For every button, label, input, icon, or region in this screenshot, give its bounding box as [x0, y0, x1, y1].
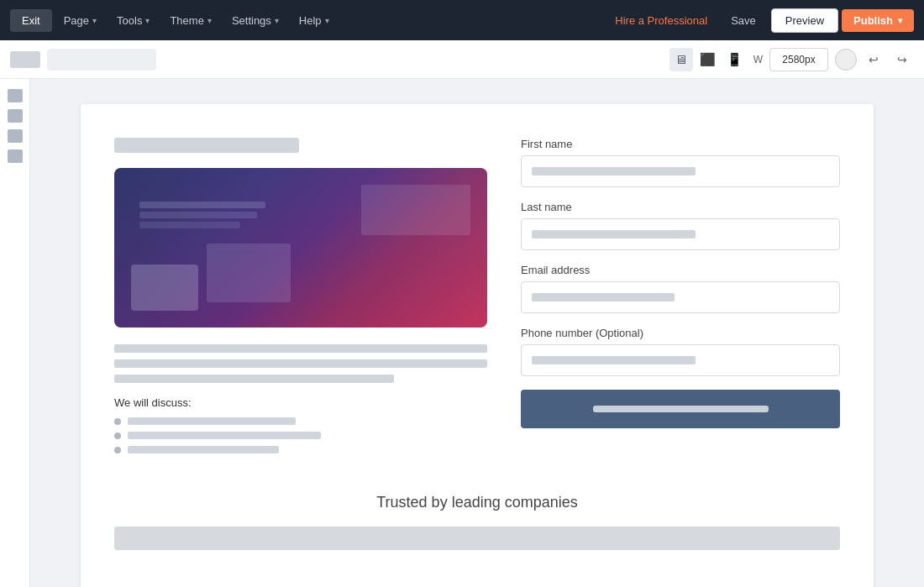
trusted-section: Trusted by leading companies: [114, 494, 840, 550]
email-input[interactable]: [521, 281, 840, 313]
first-name-label: First name: [521, 138, 840, 150]
device-selector: 🖥 ⬛ 📱: [669, 48, 747, 71]
settings-chevron-icon: ▾: [275, 16, 279, 25]
hire-professional-link[interactable]: Hire a Professional: [606, 9, 716, 32]
discuss-label: We will discuss:: [114, 396, 487, 409]
width-input[interactable]: [769, 48, 828, 71]
image-decoration-6: [139, 222, 240, 228]
desktop-icon[interactable]: 🖥: [669, 48, 693, 71]
toolbar-right-actions: ↩ ↪: [835, 48, 914, 71]
page-content: We will discuss:: [81, 104, 874, 587]
trusted-companies-bar: [114, 527, 840, 550]
heading-placeholder: [114, 138, 299, 153]
side-block-3[interactable]: [8, 129, 23, 143]
text-block: [114, 344, 487, 383]
toolbar-placeholder: [10, 51, 40, 68]
page-chevron-icon: ▾: [92, 16, 97, 25]
undo-button[interactable]: ↩: [862, 48, 885, 71]
tablet-icon[interactable]: ⬛: [696, 48, 720, 71]
publish-button[interactable]: Publish ▾: [842, 9, 914, 32]
last-name-input[interactable]: [521, 218, 840, 250]
redo-button[interactable]: ↪: [890, 48, 914, 71]
width-label: W: [753, 54, 763, 66]
email-placeholder: [532, 293, 675, 301]
first-name-field: First name: [521, 138, 840, 187]
mobile-icon[interactable]: 📱: [723, 48, 747, 71]
bullet-2: [114, 432, 487, 439]
exit-button[interactable]: Exit: [10, 9, 52, 32]
bullet-line-2: [128, 432, 321, 439]
first-name-input[interactable]: [521, 155, 840, 187]
search-input[interactable]: [47, 49, 156, 71]
bullet-line-3: [128, 446, 279, 453]
last-name-label: Last name: [521, 201, 840, 213]
top-navigation: Exit Page ▾ Tools ▾ Theme ▾ Settings ▾ H…: [0, 0, 924, 40]
image-decoration-4: [139, 202, 265, 208]
last-name-placeholder: [532, 230, 696, 238]
bullet-3: [114, 446, 487, 453]
phone-field: Phone number (Optional): [521, 327, 840, 376]
tools-menu[interactable]: Tools ▾: [108, 9, 158, 32]
phone-input[interactable]: [521, 344, 840, 376]
submit-button[interactable]: [521, 390, 840, 428]
side-block-2[interactable]: [8, 109, 23, 123]
bullet-1: [114, 417, 487, 425]
tools-chevron-icon: ▾: [145, 16, 150, 25]
image-inner: [114, 168, 487, 328]
color-picker[interactable]: [835, 49, 857, 71]
left-column: We will discuss:: [114, 138, 487, 460]
right-column-form: First name Last name Email address: [521, 138, 840, 460]
bullet-line-1: [128, 417, 296, 425]
bullet-dot-2: [114, 432, 121, 439]
publish-chevron-icon: ▾: [898, 16, 902, 25]
bullet-dot-3: [114, 447, 121, 453]
image-decoration-2: [207, 244, 291, 302]
first-name-placeholder: [532, 167, 696, 176]
main-layout: We will discuss:: [0, 79, 924, 587]
editor-toolbar: 🖥 ⬛ 📱 W ↩ ↪: [0, 40, 924, 79]
theme-menu[interactable]: Theme ▾: [161, 9, 219, 32]
submit-bar: [593, 406, 769, 412]
email-label: Email address: [521, 264, 840, 276]
image-decoration-3: [361, 185, 470, 235]
text-line-2: [114, 359, 487, 368]
trusted-title: Trusted by leading companies: [114, 494, 840, 511]
image-decoration-1: [131, 265, 198, 311]
side-panel: [0, 79, 30, 587]
phone-label: Phone number (Optional): [521, 327, 840, 339]
help-chevron-icon: ▾: [325, 16, 329, 25]
email-field: Email address: [521, 264, 840, 313]
text-line-3: [114, 375, 394, 383]
two-column-layout: We will discuss:: [114, 138, 840, 460]
bullet-dot-1: [114, 418, 121, 425]
side-block-4[interactable]: [8, 149, 23, 163]
last-name-field: Last name: [521, 201, 840, 250]
editor-canvas: We will discuss:: [30, 79, 924, 587]
preview-button[interactable]: Preview: [771, 8, 838, 33]
content-image: [114, 168, 487, 328]
save-button[interactable]: Save: [719, 9, 768, 32]
help-menu[interactable]: Help ▾: [291, 9, 338, 32]
theme-chevron-icon: ▾: [207, 16, 212, 25]
side-block-1[interactable]: [8, 89, 23, 102]
text-line-1: [114, 344, 487, 353]
page-menu[interactable]: Page ▾: [55, 9, 105, 32]
settings-menu[interactable]: Settings ▾: [223, 9, 287, 32]
image-decoration-5: [139, 212, 257, 218]
phone-placeholder: [532, 356, 696, 364]
